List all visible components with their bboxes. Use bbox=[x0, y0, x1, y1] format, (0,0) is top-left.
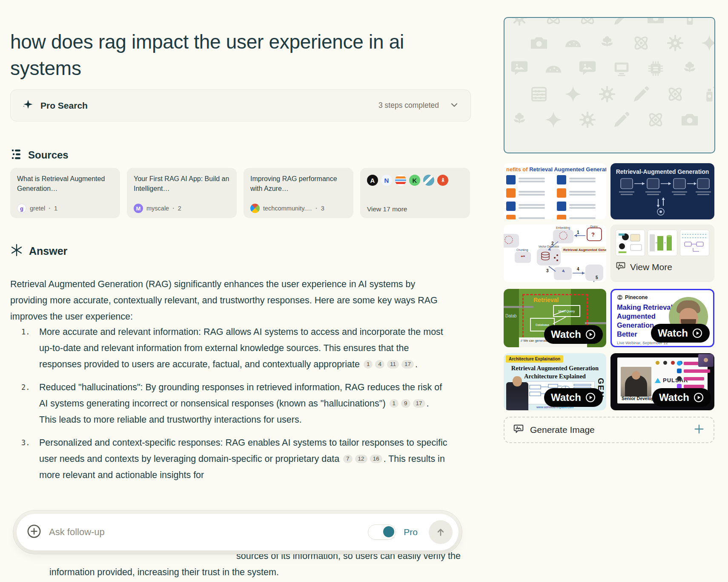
ghost-atom-icon bbox=[544, 17, 563, 27]
pro-search-panel[interactable]: Pro Search 3 steps completed bbox=[10, 89, 471, 121]
ghost-abacus-icon bbox=[529, 84, 549, 104]
text-lines bbox=[519, 216, 545, 220]
source-domain: gretel bbox=[30, 205, 45, 212]
answer-intro: Retrieval Augmented Generation (RAG) sig… bbox=[10, 276, 444, 325]
view-more-sources-card[interactable]: ANKView 17 more bbox=[360, 168, 470, 218]
citation-7[interactable]: 7 bbox=[343, 455, 353, 463]
followup-input[interactable] bbox=[48, 526, 361, 538]
webcam-overlay bbox=[698, 354, 714, 367]
image-thumb-rag-benefits[interactable]: nefits of Retrieval Augmented Generati bbox=[504, 163, 606, 219]
ghost-monitor-icon bbox=[612, 59, 631, 78]
rag-flow-title: Retrieval-Augmented Generation bbox=[610, 163, 714, 175]
infographic-grid bbox=[504, 174, 606, 219]
play-icon bbox=[585, 392, 596, 403]
dot-separator: · bbox=[49, 205, 51, 212]
infographic-item bbox=[506, 202, 553, 211]
source-count: 1 bbox=[54, 205, 57, 212]
text-lines bbox=[569, 176, 596, 184]
source-card[interactable]: Your First RAG AI App: Build an Intellig… bbox=[127, 168, 237, 218]
citation-9[interactable]: 9 bbox=[401, 399, 410, 408]
answer-header: Answer bbox=[10, 244, 67, 258]
source-meta: Mmyscale·2 bbox=[134, 204, 181, 213]
view-more-row: View More bbox=[616, 261, 709, 273]
ghost-spray-icon bbox=[699, 84, 715, 104]
citation-1[interactable]: 1 bbox=[390, 399, 399, 408]
citation-17[interactable]: 17 bbox=[413, 399, 425, 408]
svg-text:Embedding: Embedding bbox=[556, 226, 570, 230]
ghost-taco-icon bbox=[563, 33, 583, 53]
video-thumb-pinecone-webinar[interactable]: Pinecone Making Retrieval Augmented Gene… bbox=[610, 289, 714, 347]
ghost-gear-icon bbox=[665, 33, 685, 53]
citation-17[interactable]: 17 bbox=[401, 360, 414, 369]
social-row-linkedin bbox=[677, 369, 710, 373]
number-chip bbox=[557, 215, 566, 219]
placeholder-row bbox=[510, 110, 714, 130]
answer-final-line: information provided, increasing their t… bbox=[49, 564, 279, 580]
favicon-letter: g bbox=[17, 204, 26, 213]
generate-image-button[interactable]: Generate Image bbox=[504, 417, 714, 443]
video3-badge: Architecture Explaination bbox=[506, 355, 563, 363]
ghost-camera-icon bbox=[680, 110, 699, 130]
watch-button-4[interactable]: Watch bbox=[652, 388, 711, 407]
ghost-sparkle-icon bbox=[544, 110, 563, 130]
pro-toggle-knob bbox=[383, 526, 394, 537]
citation-1[interactable]: 1 bbox=[364, 360, 373, 369]
ghost-atom-icon bbox=[578, 17, 597, 27]
text-lines bbox=[569, 203, 596, 210]
placeholder-row bbox=[510, 84, 714, 104]
svg-text:5: 5 bbox=[596, 275, 598, 280]
image-thumb-rag-diagram[interactable]: ? ❝❞ Retrieval Augmented Generation Embe… bbox=[504, 225, 606, 282]
ghost-pencil-icon bbox=[612, 17, 631, 27]
source-card[interactable]: What is Retrieval Augmented Generation…g… bbox=[10, 168, 120, 218]
watch-button-2[interactable]: Watch bbox=[651, 324, 710, 343]
image-thumb-rag-flow[interactable]: Retrieval-Augmented Generation bbox=[610, 163, 714, 219]
answer-item-text: Reduced "hallucinations": By grounding r… bbox=[39, 382, 442, 425]
infographic-item bbox=[557, 175, 603, 184]
pro-search-label: Pro Search bbox=[40, 101, 88, 111]
citation-12[interactable]: 12 bbox=[355, 455, 367, 463]
watch-button-1[interactable]: Watch bbox=[544, 325, 603, 344]
number-chip bbox=[557, 188, 566, 198]
dot-separator: · bbox=[172, 205, 175, 212]
source-favicons: ANK bbox=[367, 175, 463, 186]
ghost-flower-icon bbox=[597, 33, 617, 53]
infographic-item bbox=[557, 188, 603, 198]
ghost-flower-icon bbox=[510, 110, 529, 130]
play-icon bbox=[692, 328, 703, 339]
view-more-images-card[interactable]: View More bbox=[610, 225, 714, 282]
source-meta: ggretel·1 bbox=[17, 204, 57, 213]
text-lines bbox=[519, 176, 545, 184]
sources-icon bbox=[10, 148, 22, 162]
citation-11[interactable]: 11 bbox=[387, 360, 399, 369]
pinecone-logo-icon bbox=[617, 294, 623, 300]
generated-image-placeholder[interactable] bbox=[504, 17, 715, 153]
ghost-pencil-icon bbox=[612, 110, 631, 130]
source-card[interactable]: Improving RAG performance with Azure…tec… bbox=[244, 168, 353, 218]
answer-item-text: More accurate and relevant information: … bbox=[39, 327, 443, 369]
sources-header: Sources bbox=[10, 148, 69, 162]
attach-plus-icon[interactable] bbox=[27, 524, 41, 540]
citation-16[interactable]: 16 bbox=[370, 455, 382, 463]
ghost-taco-icon bbox=[544, 59, 563, 78]
video-thumb-pulsar-talk[interactable]: PULSAR Senior Developer Advocate Watch bbox=[610, 353, 714, 410]
ghost-gear-icon bbox=[510, 17, 529, 27]
video-thumb-architecture[interactable]: Architecture Explaination Retrieval Augm… bbox=[504, 353, 606, 410]
list-marker: 2. bbox=[21, 379, 30, 395]
advocate-photo bbox=[621, 367, 651, 397]
mini-thumb-1 bbox=[616, 230, 645, 256]
svg-text:Vector Database: Vector Database bbox=[539, 245, 559, 248]
video-thumb-green-diagram[interactable]: Retrieval Main Query Database Datab // W… bbox=[504, 289, 606, 347]
source-domain: myscale bbox=[146, 205, 169, 212]
view-more-label: View More bbox=[630, 262, 672, 272]
citation-4[interactable]: 4 bbox=[375, 360, 384, 369]
infographic-item bbox=[506, 188, 553, 198]
placeholder-row bbox=[510, 59, 714, 78]
submit-button[interactable] bbox=[429, 520, 453, 544]
ghost-bubble-icon bbox=[510, 59, 529, 78]
ghost-spray-icon bbox=[680, 17, 699, 27]
number-chip bbox=[506, 188, 516, 198]
watch-button-3[interactable]: Watch bbox=[544, 388, 603, 407]
favicon-pinwheel bbox=[250, 204, 260, 213]
chevron-down-icon[interactable] bbox=[449, 100, 459, 112]
pro-toggle[interactable] bbox=[368, 524, 396, 540]
